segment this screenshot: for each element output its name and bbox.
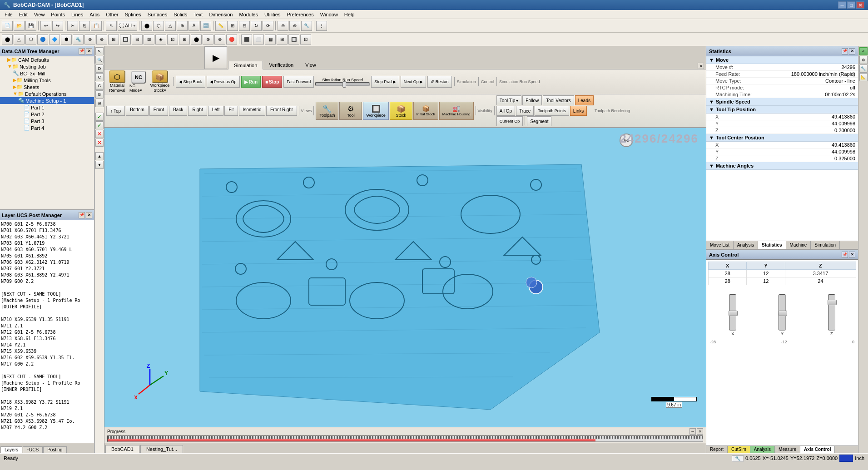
tb-save[interactable]: 💾: [25, 21, 36, 31]
tree-item-part1[interactable]: 📄 Part 1: [0, 104, 94, 111]
stats-move-header[interactable]: ▼ Move: [706, 56, 858, 64]
workpiece-stock-btn[interactable]: 📦 Workpiece Stock▾: [149, 70, 171, 93]
menu-text[interactable]: Text: [191, 11, 205, 18]
tb-btn5[interactable]: ⬤: [141, 21, 152, 31]
menu-solids[interactable]: Solids: [171, 11, 190, 18]
stats-close[interactable]: ✕: [849, 48, 855, 54]
tb-redo[interactable]: ↪: [52, 21, 63, 31]
icon-select[interactable]: ↖: [95, 47, 104, 55]
speed-slider-thumb[interactable]: [342, 81, 346, 88]
tb-btn18[interactable]: 🔧: [301, 21, 312, 31]
tb2-btn23[interactable]: ▦: [265, 35, 276, 45]
icon-arrow-up[interactable]: ▲: [95, 152, 104, 160]
fast-forward-btn[interactable]: Fast Forward: [283, 76, 314, 88]
lt-btn1[interactable]: D: [95, 64, 104, 73]
tb-btn17[interactable]: ⊗: [289, 21, 300, 31]
report-tab-measure[interactable]: Measure: [775, 446, 800, 453]
report-tab-axis[interactable]: Axis Control: [800, 446, 835, 453]
tb2-btn5[interactable]: 🔷: [49, 35, 60, 45]
machine-housing-vis-btn[interactable]: 🏭 Machine Housing: [439, 102, 474, 120]
tab-posting[interactable]: Posting: [43, 446, 66, 453]
menu-dimension[interactable]: Dimension: [206, 11, 235, 18]
tb2-btn1[interactable]: ⬤: [2, 35, 13, 45]
menu-view[interactable]: View: [31, 11, 48, 18]
step-back-btn[interactable]: ◀ Step Back: [176, 76, 205, 88]
tb-open[interactable]: 📂: [14, 21, 25, 31]
sim-tab-verification[interactable]: Verification: [263, 60, 299, 69]
cam-tree-pin[interactable]: 📌: [79, 48, 85, 54]
ri-btn4[interactable]: 📐: [859, 73, 868, 81]
stats-tab-analysis[interactable]: Analysis: [734, 241, 758, 249]
menu-other[interactable]: Other: [103, 11, 121, 18]
tb2-btn12[interactable]: ⊟: [132, 35, 143, 45]
stats-tab-simulation[interactable]: Simulation: [811, 241, 840, 249]
menu-file[interactable]: File: [2, 11, 15, 18]
view-bottom-btn[interactable]: Bottom: [126, 106, 149, 116]
tree-item-machine-setup[interactable]: 🔩 Machine Setup - 1: [0, 97, 94, 104]
restart-btn[interactable]: ↺ Restart: [427, 76, 452, 88]
current-op-btn[interactable]: Current Op: [496, 116, 523, 126]
prev-op-btn[interactable]: ◀ Previous Op: [207, 76, 240, 88]
tb2-btn14[interactable]: ◈: [155, 35, 166, 45]
stats-spindle-header[interactable]: ▼ Spindle Speed: [706, 98, 858, 106]
menu-utilities[interactable]: Utilities: [262, 11, 283, 18]
tb2-btn17[interactable]: ⬤: [191, 35, 202, 45]
stats-content[interactable]: ▼ Move Move #: 24296 Feed Rate: 180.0000…: [706, 56, 858, 241]
tb-btn6[interactable]: ⬡: [153, 21, 164, 31]
view-right-btn[interactable]: Right: [188, 106, 207, 116]
leads-btn[interactable]: Leads: [575, 95, 594, 105]
z-slider-thumb[interactable]: [828, 300, 837, 305]
tb-select[interactable]: ↖: [106, 21, 117, 31]
tab-bobcad1[interactable]: BobCAD1: [105, 445, 139, 453]
tb-btn15[interactable]: ⟳: [263, 21, 273, 31]
run-btn[interactable]: ▶ Run: [241, 76, 261, 88]
speed-slider-track[interactable]: [315, 82, 370, 86]
y-slider-track[interactable]: [779, 294, 786, 331]
stats-toolcenter-header[interactable]: ▼ Tool Center Position: [706, 134, 858, 142]
tb2-btn8[interactable]: ⊛: [84, 35, 95, 45]
tb2-btn26[interactable]: ⊡: [300, 35, 311, 45]
tb2-btn2[interactable]: △: [14, 35, 25, 45]
axis-pin[interactable]: 📌: [842, 252, 848, 258]
minimize-button[interactable]: ─: [838, 1, 846, 9]
stock-vis-btn[interactable]: 📦 Stock: [390, 102, 412, 120]
menu-preferences[interactable]: Preferences: [284, 11, 316, 18]
toolpath-vis-btn[interactable]: 🔧 Toolpath: [316, 102, 338, 120]
tb-btn10[interactable]: 🔤: [200, 21, 211, 31]
sim-icon-btn[interactable]: ▶: [204, 46, 227, 69]
tb2-btn13[interactable]: ⊠: [144, 35, 154, 45]
tree-item-milling-tools[interactable]: ▶📁 Milling Tools: [0, 77, 94, 84]
icon-check-green2[interactable]: ✓: [95, 121, 104, 129]
tb2-btn19[interactable]: ⊕: [214, 35, 225, 45]
tb-new[interactable]: 📄: [2, 21, 13, 31]
tab-nesting[interactable]: Nesting_Tut...: [140, 445, 183, 453]
ri-btn3[interactable]: 🔧: [859, 64, 868, 73]
z-slider-track[interactable]: [828, 294, 835, 331]
tool-vectors-btn[interactable]: Tool Vectors: [543, 95, 574, 105]
x-slider-thumb[interactable]: [729, 311, 738, 316]
lt-btn2[interactable]: C: [95, 73, 104, 81]
stats-tab-machine[interactable]: Machine: [786, 241, 811, 249]
menu-arcs[interactable]: Arcs: [87, 11, 102, 18]
tb2-btn21[interactable]: ⬛: [241, 35, 252, 45]
toolpath-points-btn[interactable]: Toolpath Points: [535, 106, 569, 116]
tb-btn7[interactable]: △: [165, 21, 176, 31]
view-front-btn[interactable]: Front: [149, 106, 168, 116]
icon-zoom-window[interactable]: 🔍: [95, 56, 104, 64]
tb-btn9[interactable]: A: [188, 21, 199, 31]
tool-vis-btn[interactable]: ⚙ Tool: [339, 102, 362, 120]
stats-pin[interactable]: 📌: [842, 48, 848, 54]
tb-snap[interactable]: ⋮: [316, 21, 327, 31]
tb-btn13[interactable]: ⊟: [239, 21, 250, 31]
cam-tree-close[interactable]: ✕: [86, 48, 92, 54]
menu-surfaces[interactable]: Surfaces: [145, 11, 170, 18]
tb-undo[interactable]: ↩: [40, 21, 51, 31]
tab-ucs[interactable]: ↑UCS: [23, 446, 43, 453]
tb2-btn15[interactable]: ⊡: [167, 35, 178, 45]
trace-btn[interactable]: Trace: [516, 106, 534, 116]
sim-tab-view[interactable]: View: [299, 60, 322, 69]
stats-tooltip-header[interactable]: ▼ Tool Tip Position: [706, 106, 858, 114]
layer-panel-pin[interactable]: 📌: [79, 212, 85, 218]
tb2-btn18[interactable]: ⊛: [203, 35, 213, 45]
tree-item-default-ops[interactable]: ▼📁 Default Operations: [0, 90, 94, 97]
